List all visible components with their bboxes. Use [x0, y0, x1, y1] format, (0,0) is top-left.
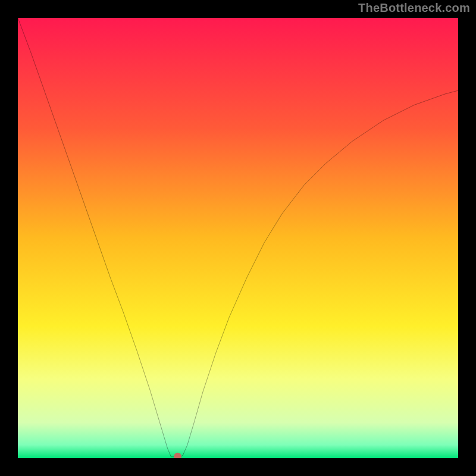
bottleneck-chart — [18, 18, 458, 458]
plot-background — [18, 18, 458, 458]
watermark-text: TheBottleneck.com — [358, 1, 470, 15]
chart-frame: TheBottleneck.com — [0, 0, 476, 476]
